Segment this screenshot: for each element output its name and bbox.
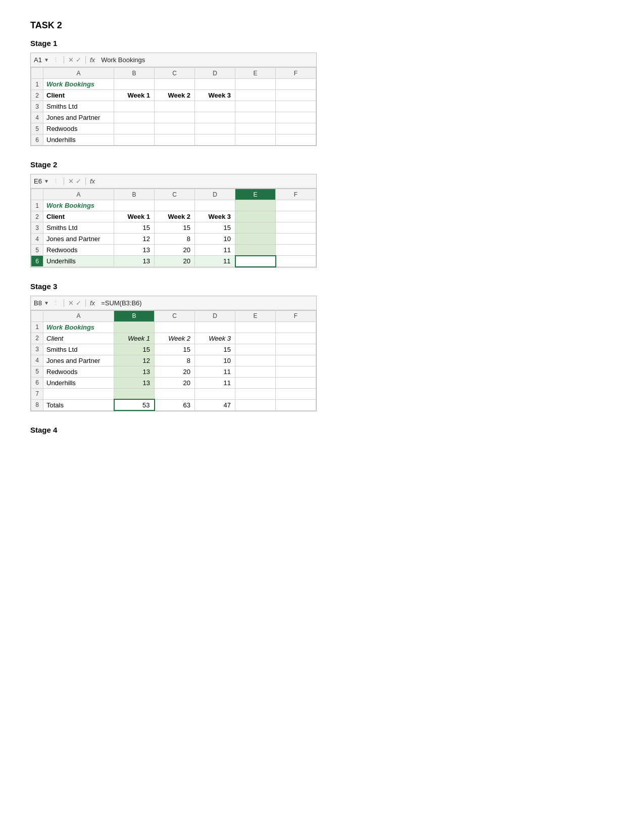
cell-C4-2[interactable]: 8	[155, 234, 195, 245]
cell-F5-3[interactable]	[276, 366, 316, 377]
cell-C6-3[interactable]: 20	[155, 377, 195, 388]
cell-C3-1[interactable]	[155, 101, 195, 112]
cell-B6-1[interactable]	[114, 134, 155, 146]
cell-B3-1[interactable]	[114, 101, 155, 112]
cell-B4-2[interactable]: 12	[114, 234, 155, 245]
cell-D1-1[interactable]	[195, 79, 235, 90]
cell-B1-1[interactable]	[114, 79, 155, 90]
cell-D8-3[interactable]: 47	[195, 399, 235, 410]
cell-E5-2[interactable]	[235, 245, 276, 256]
cell-B4-1[interactable]	[114, 112, 155, 123]
cell-E3-1[interactable]	[235, 101, 276, 112]
col-header-B-2[interactable]: B	[114, 189, 155, 200]
cell-A6-3[interactable]: Underhills	[43, 377, 114, 388]
cell-E6-2-selected[interactable]	[235, 256, 276, 267]
cell-F3-3[interactable]	[276, 344, 316, 355]
col-header-A-2[interactable]: A	[43, 189, 114, 200]
cell-F7-3[interactable]	[276, 388, 316, 399]
cell-D6-2[interactable]: 11	[195, 256, 235, 267]
cell-E7-3[interactable]	[235, 388, 276, 399]
cell-C4-1[interactable]	[155, 112, 195, 123]
cell-A2-2[interactable]: Client	[43, 211, 114, 222]
cancel-icon-2[interactable]: ✕	[68, 177, 74, 185]
col-header-F-3[interactable]: F	[276, 310, 316, 321]
cell-A1-2[interactable]: Work Bookings	[43, 200, 114, 211]
cell-A4-3[interactable]: Jones and Partner	[43, 355, 114, 366]
cell-E3-2[interactable]	[235, 222, 276, 234]
cell-D1-3[interactable]	[195, 321, 235, 333]
cell-F3-1[interactable]	[276, 101, 316, 112]
confirm-icon-3[interactable]: ✓	[76, 299, 81, 307]
col-header-D-2[interactable]: D	[195, 189, 235, 200]
cell-E4-3[interactable]	[235, 355, 276, 366]
cell-C4-3[interactable]: 8	[155, 355, 195, 366]
dropdown-icon[interactable]: ▼	[44, 57, 49, 63]
cell-C1-1[interactable]	[155, 79, 195, 90]
col-header-D-3[interactable]: D	[195, 310, 235, 321]
cell-A2-3[interactable]: Client	[43, 333, 114, 344]
cell-F1-3[interactable]	[276, 321, 316, 333]
cell-A3-2[interactable]: Smiths Ltd	[43, 222, 114, 234]
cell-E1-2[interactable]	[235, 200, 276, 211]
cell-F6-1[interactable]	[276, 134, 316, 146]
confirm-icon-2[interactable]: ✓	[76, 177, 81, 185]
cell-C5-3[interactable]: 20	[155, 366, 195, 377]
cell-B5-2[interactable]: 13	[114, 245, 155, 256]
cell-B3-3[interactable]: 15	[114, 344, 155, 355]
cell-C5-2[interactable]: 20	[155, 245, 195, 256]
cell-A5-3[interactable]: Redwoods	[43, 366, 114, 377]
cell-B7-3[interactable]	[114, 388, 155, 399]
col-header-B-1[interactable]: B	[114, 68, 155, 79]
cell-B1-3[interactable]	[114, 321, 155, 333]
col-header-A-1[interactable]: A	[43, 68, 114, 79]
cell-E6-1[interactable]	[235, 134, 276, 146]
col-header-D-1[interactable]: D	[195, 68, 235, 79]
cell-A2-1[interactable]: Client	[43, 90, 114, 101]
cell-A6-2[interactable]: Underhills	[43, 256, 114, 267]
cell-E1-1[interactable]	[235, 79, 276, 90]
cell-F5-2[interactable]	[276, 245, 316, 256]
cell-D5-1[interactable]	[195, 123, 235, 134]
cell-A1-1[interactable]: Work Bookings	[43, 79, 114, 90]
cell-A8-3[interactable]: Totals	[43, 399, 114, 410]
cell-D3-2[interactable]: 15	[195, 222, 235, 234]
cell-E2-1[interactable]	[235, 90, 276, 101]
cell-E3-3[interactable]	[235, 344, 276, 355]
cell-C7-3[interactable]	[155, 388, 195, 399]
col-header-E-1[interactable]: E	[235, 68, 276, 79]
cell-F1-2[interactable]	[276, 200, 316, 211]
dropdown-icon-2[interactable]: ▼	[44, 178, 49, 184]
cell-D4-1[interactable]	[195, 112, 235, 123]
cell-A5-2[interactable]: Redwoods	[43, 245, 114, 256]
cell-B6-3[interactable]: 13	[114, 377, 155, 388]
cell-E6-3[interactable]	[235, 377, 276, 388]
cell-A1-3[interactable]: Work Bookings	[43, 321, 114, 333]
cell-E5-3[interactable]	[235, 366, 276, 377]
cell-C3-3[interactable]: 15	[155, 344, 195, 355]
cell-C6-2[interactable]: 20	[155, 256, 195, 267]
cell-C1-2[interactable]	[155, 200, 195, 211]
col-header-C-1[interactable]: C	[155, 68, 195, 79]
cell-E5-1[interactable]	[235, 123, 276, 134]
cell-F2-3[interactable]	[276, 333, 316, 344]
cell-C2-2[interactable]: Week 2	[155, 211, 195, 222]
cell-C2-1[interactable]: Week 2	[155, 90, 195, 101]
col-header-C-2[interactable]: C	[155, 189, 195, 200]
cell-B5-3[interactable]: 13	[114, 366, 155, 377]
cell-E2-2[interactable]	[235, 211, 276, 222]
cell-C2-3[interactable]: Week 2	[155, 333, 195, 344]
cell-E4-1[interactable]	[235, 112, 276, 123]
col-header-A-3[interactable]: A	[43, 310, 114, 321]
cell-E8-3[interactable]	[235, 399, 276, 410]
cell-C1-3[interactable]	[155, 321, 195, 333]
cell-D2-2[interactable]: Week 3	[195, 211, 235, 222]
cell-D7-3[interactable]	[195, 388, 235, 399]
cell-A3-1[interactable]: Smiths Ltd	[43, 101, 114, 112]
cell-C6-1[interactable]	[155, 134, 195, 146]
cell-F4-1[interactable]	[276, 112, 316, 123]
cell-F2-1[interactable]	[276, 90, 316, 101]
cell-B1-2[interactable]	[114, 200, 155, 211]
cell-F6-2[interactable]	[276, 256, 316, 267]
cell-A7-3[interactable]	[43, 388, 114, 399]
col-header-E-2-selected[interactable]: E	[235, 189, 276, 200]
